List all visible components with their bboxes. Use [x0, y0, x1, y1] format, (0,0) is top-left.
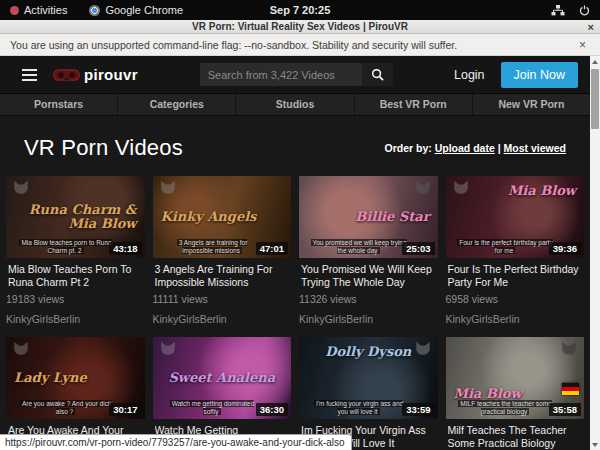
cat-mask-logo-icon: [12, 180, 30, 195]
order-by-label: Order by:: [385, 142, 432, 154]
video-thumbnail[interactable]: Kinky Angels 3 Angels are training for i…: [153, 176, 292, 258]
video-thumbnail[interactable]: Mia Blow Four is the perfect birthday pa…: [446, 176, 585, 258]
video-card[interactable]: Billie Star You promised we will keep tr…: [299, 176, 438, 331]
video-thumbnail[interactable]: Sweet Analena Watch me getting dominated…: [153, 337, 292, 419]
search-icon: [371, 68, 384, 81]
thumbnail-caption: Are you awake ? And your dick also ?: [20, 400, 111, 415]
video-card[interactable]: Kinky Angels 3 Angels are training for i…: [153, 176, 292, 331]
thumbnail-caption: MILF teaches the teacher some practical …: [458, 400, 551, 415]
video-title[interactable]: Four Is The Perfect Birthday Party For M…: [448, 263, 583, 288]
browser-title-bar: VR Porn: Virtual Reality Sex Videos | Pi…: [0, 20, 600, 34]
main-nav: Pornstars Categories Studios Best VR Por…: [0, 93, 590, 116]
order-by: Order by: Upload date | Most viewed: [385, 142, 567, 154]
site-logo-text: pirouvr: [84, 66, 138, 83]
cat-mask-logo-icon: [560, 341, 578, 356]
clock[interactable]: Sep 7 20:25: [0, 4, 600, 16]
cat-mask-logo-icon: [159, 341, 177, 356]
window-close-button[interactable]: ×: [588, 20, 594, 34]
search-input[interactable]: [200, 63, 362, 86]
order-by-upload-date-link[interactable]: Upload date: [435, 142, 495, 154]
cat-mask-logo-icon: [159, 180, 177, 195]
sandbox-warning-bar: You are using an unsupported command-lin…: [0, 34, 600, 56]
studio-link[interactable]: KinkyGirlsBerlin: [6, 313, 145, 325]
video-card[interactable]: Mia Blow MILF teaches the teacher some p…: [446, 337, 585, 450]
video-title[interactable]: You Promised We Will Keep Trying The Who…: [301, 263, 436, 288]
duration-badge: 33:59: [402, 403, 434, 416]
video-title[interactable]: Milf Teaches The Teacher Some Practical …: [448, 424, 583, 449]
system-top-bar: Activities Google Chrome Sep 7 20:25: [0, 0, 600, 20]
nav-item-pornstars[interactable]: Pornstars: [0, 94, 118, 115]
cat-mask-logo-icon: [12, 341, 30, 356]
video-title[interactable]: Mia Blow Teaches Porn To Runa Charm Pt 2: [8, 263, 143, 288]
duration-badge: 25:03: [402, 242, 434, 255]
vr-goggles-icon: [53, 68, 80, 82]
thumbnail-caption: Four is the perfect birthday party for m…: [457, 239, 553, 254]
scrollbar-thumb[interactable]: [591, 69, 599, 129]
thumbnail-caption: Watch me getting dominated softly: [170, 400, 255, 415]
hamburger-menu-icon[interactable]: [22, 69, 37, 81]
site-header: pirouvr Login Join Now: [0, 56, 590, 93]
view-count: 6958 views: [446, 293, 585, 305]
german-flag-icon: [562, 383, 579, 395]
order-by-most-viewed-link[interactable]: Most viewed: [504, 142, 566, 154]
view-count: 19183 views: [6, 293, 145, 305]
duration-badge: 35:58: [549, 403, 581, 416]
nav-item-best-vr-porn[interactable]: Best VR Porn: [355, 94, 473, 115]
warning-close-button[interactable]: ×: [579, 38, 586, 52]
link-status-bar: https://pirouvr.com/vr-porn-video/779325…: [0, 434, 352, 450]
video-thumbnail[interactable]: Dolly Dyson I'm fucking your virgin ass …: [299, 337, 438, 419]
nav-item-new-vr-porn[interactable]: New VR Porn: [473, 94, 590, 115]
warning-text: You are using an unsupported command-lin…: [10, 39, 457, 51]
search-bar: [200, 63, 393, 86]
studio-link[interactable]: KinkyGirlsBerlin: [153, 313, 292, 325]
thumbnail-caption: Mia Blow teaches porn to Runa Charm pt. …: [19, 239, 111, 254]
screen: Activities Google Chrome Sep 7 20:25 VR …: [0, 0, 600, 450]
network-icon[interactable]: [551, 5, 565, 16]
nav-item-categories[interactable]: Categories: [118, 94, 236, 115]
cat-mask-logo-icon: [414, 180, 432, 195]
site-logo[interactable]: pirouvr: [53, 66, 138, 83]
video-card[interactable]: Runa Charm & Mia Blow Mia Blow teaches p…: [6, 176, 145, 331]
page-title: VR Porn Videos: [24, 135, 183, 161]
video-grid: Runa Charm & Mia Blow Mia Blow teaches p…: [0, 176, 590, 450]
studio-link[interactable]: KinkyGirlsBerlin: [299, 313, 438, 325]
thumbnail-caption: I'm fucking your virgin ass and you will…: [314, 400, 403, 415]
duration-badge: 30:17: [109, 403, 141, 416]
duration-badge: 36:30: [256, 403, 288, 416]
scroll-down-arrow[interactable]: [590, 439, 600, 450]
video-thumbnail[interactable]: Runa Charm & Mia Blow Mia Blow teaches p…: [6, 176, 145, 258]
duration-badge: 39:36: [549, 242, 581, 255]
video-thumbnail[interactable]: Mia Blow MILF teaches the teacher some p…: [446, 337, 585, 419]
video-thumbnail[interactable]: Billie Star You promised we will keep tr…: [299, 176, 438, 258]
window-title: VR Porn: Virtual Reality Sex Videos | Pi…: [192, 21, 408, 32]
vertical-scrollbar[interactable]: [590, 56, 600, 450]
video-thumbnail[interactable]: Lady Lyne Are you awake ? And your dick …: [6, 337, 145, 419]
studio-link[interactable]: KinkyGirlsBerlin: [446, 313, 585, 325]
duration-badge: 47:01: [256, 242, 288, 255]
power-icon[interactable]: [579, 5, 590, 16]
cat-mask-logo-icon: [452, 180, 470, 195]
video-title[interactable]: 3 Angels Are Training For Impossible Mis…: [155, 263, 290, 288]
view-count: 11111 views: [153, 293, 292, 305]
view-count: 11326 views: [299, 293, 438, 305]
page-heading-row: VR Porn Videos Order by: Upload date | M…: [0, 116, 590, 176]
join-now-button[interactable]: Join Now: [501, 62, 578, 88]
video-card[interactable]: Mia Blow Four is the perfect birthday pa…: [446, 176, 585, 331]
duration-badge: 43:18: [109, 242, 141, 255]
thumbnail-caption: 3 Angels are training for impossible mis…: [177, 239, 248, 254]
browser-viewport: pirouvr Login Join Now: [0, 56, 600, 450]
cat-mask-logo-icon: [414, 341, 432, 356]
login-link[interactable]: Login: [454, 68, 485, 82]
thumbnail-caption: You promised we will keep trying the who…: [311, 239, 407, 254]
nav-item-studios[interactable]: Studios: [236, 94, 354, 115]
search-button[interactable]: [362, 63, 393, 86]
scroll-up-arrow[interactable]: [590, 56, 600, 67]
